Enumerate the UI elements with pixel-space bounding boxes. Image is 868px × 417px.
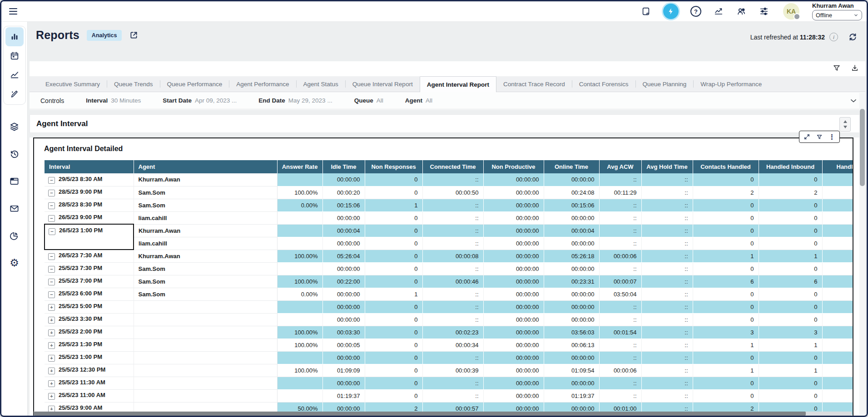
- value-cell[interactable]: ::: [422, 389, 483, 402]
- tab-contact-forensics[interactable]: Contact Forensics: [572, 76, 635, 92]
- table-row[interactable]: −25/5/23 7:00 PMSam.Som100.00%00:22:0000…: [45, 275, 853, 288]
- agent-cell[interactable]: Sam.Som: [134, 288, 277, 300]
- collapse-row-icon[interactable]: −: [48, 215, 55, 222]
- value-cell[interactable]: [822, 313, 853, 326]
- value-cell[interactable]: 00:00:00: [483, 211, 544, 224]
- column-header-avg-acw[interactable]: Avg ACW: [599, 160, 641, 173]
- value-cell[interactable]: 100.00%: [277, 326, 322, 339]
- value-cell[interactable]: ::: [641, 199, 693, 211]
- value-cell[interactable]: 00:00:00: [544, 351, 599, 364]
- value-cell[interactable]: [822, 250, 853, 262]
- open-external-button[interactable]: [129, 30, 139, 40]
- value-cell[interactable]: [822, 199, 853, 211]
- value-cell[interactable]: [277, 389, 322, 402]
- table-row[interactable]: +25/5/23 1:30 PM100.00%00:00:05000:00:34…: [45, 339, 853, 351]
- value-cell[interactable]: ::: [641, 377, 693, 389]
- value-cell[interactable]: ::: [599, 224, 641, 237]
- value-cell[interactable]: 00:00:00: [544, 211, 599, 224]
- value-cell[interactable]: 00:00:00: [483, 351, 544, 364]
- tab-agent-interval-report[interactable]: Agent Interval Report: [420, 76, 496, 92]
- value-cell[interactable]: ::: [422, 173, 483, 186]
- value-cell[interactable]: [822, 262, 853, 275]
- expand-row-icon[interactable]: +: [48, 355, 55, 362]
- column-header-connected-time[interactable]: Connected Time: [422, 160, 483, 173]
- value-cell[interactable]: 0: [693, 351, 759, 364]
- value-cell[interactable]: 0: [693, 313, 759, 326]
- value-cell[interactable]: 00:00:00: [544, 173, 599, 186]
- value-cell[interactable]: 0: [759, 300, 822, 313]
- flash-insights-icon[interactable]: [663, 4, 679, 19]
- value-cell[interactable]: 0: [365, 326, 422, 339]
- value-cell[interactable]: 6: [759, 275, 822, 288]
- widget-filter-button[interactable]: [816, 134, 823, 140]
- value-cell[interactable]: 1: [759, 364, 822, 377]
- value-cell[interactable]: 00:00:04: [544, 224, 599, 237]
- value-cell[interactable]: 00:00:39: [422, 364, 483, 377]
- sidebar-item-layers[interactable]: [5, 121, 24, 132]
- value-cell[interactable]: 00:23:31: [544, 275, 599, 288]
- interval-cell[interactable]: −26/5/23 9:00 PM: [45, 211, 134, 224]
- table-row[interactable]: −26/5/23 1:00 PMKhurram.Awan00:00:040::0…: [45, 224, 853, 237]
- collapse-row-icon[interactable]: −: [49, 228, 55, 235]
- value-cell[interactable]: 00:00:00: [322, 377, 365, 389]
- value-cell[interactable]: 0: [365, 377, 422, 389]
- value-cell[interactable]: 0: [759, 389, 822, 402]
- value-cell[interactable]: 0: [365, 262, 422, 275]
- table-row[interactable]: +25/5/23 1:00 PM00:00:000::00:00:0000:00…: [45, 351, 853, 364]
- value-cell[interactable]: 03:50:04: [599, 288, 641, 300]
- agent-cell[interactable]: Sam.Som: [134, 186, 277, 199]
- value-cell[interactable]: ::: [641, 326, 693, 339]
- value-cell[interactable]: 00:00:00: [322, 211, 365, 224]
- value-cell[interactable]: 01:19:37: [544, 389, 599, 402]
- value-cell[interactable]: ::: [422, 313, 483, 326]
- value-cell[interactable]: 100.00%: [277, 364, 322, 377]
- table-row[interactable]: +25/5/23 11:30 AM00:00:000::00:00:0000:0…: [45, 377, 853, 389]
- expand-row-icon[interactable]: +: [48, 368, 55, 374]
- table-row[interactable]: +25/5/23 12:30 PM100.00%01:09:09000:00:3…: [45, 364, 853, 377]
- value-cell[interactable]: 1: [759, 339, 822, 351]
- value-cell[interactable]: ::: [599, 339, 641, 351]
- value-cell[interactable]: 00:00:00: [544, 288, 599, 300]
- value-cell[interactable]: 0: [365, 173, 422, 186]
- value-cell[interactable]: 1: [693, 339, 759, 351]
- value-cell[interactable]: 00:00:06: [599, 250, 641, 262]
- hamburger-menu-icon[interactable]: [9, 8, 17, 15]
- column-header-contacts-handled[interactable]: Contacts Handled: [693, 160, 759, 173]
- value-cell[interactable]: [822, 364, 853, 377]
- value-cell[interactable]: 00:01:54: [599, 326, 641, 339]
- value-cell[interactable]: ::: [641, 275, 693, 288]
- tab-contract-trace-record[interactable]: Contract Trace Record: [496, 76, 572, 92]
- value-cell[interactable]: 00:00:34: [422, 339, 483, 351]
- control-agent[interactable]: AgentAll: [405, 97, 432, 104]
- metrics-icon[interactable]: [713, 6, 724, 17]
- value-cell[interactable]: 00:00:20: [322, 186, 365, 199]
- interval-cell[interactable]: +25/5/23 2:00 PM: [45, 326, 134, 339]
- value-cell[interactable]: [277, 173, 322, 186]
- value-cell[interactable]: [822, 224, 853, 237]
- agent-cell[interactable]: [134, 300, 277, 313]
- value-cell[interactable]: [277, 300, 322, 313]
- interval-cell[interactable]: −29/5/23 8:30 AM: [45, 173, 134, 186]
- value-cell[interactable]: ::: [422, 262, 483, 275]
- column-header-non-productive[interactable]: Non Productive: [483, 160, 544, 173]
- value-cell[interactable]: 100.00%: [277, 339, 322, 351]
- interval-cell[interactable]: −25/5/23 7:30 PM: [45, 262, 134, 275]
- value-cell[interactable]: ::: [641, 224, 693, 237]
- agent-cell[interactable]: liam.cahill: [134, 237, 277, 250]
- value-cell[interactable]: 0: [759, 199, 822, 211]
- expand-row-icon[interactable]: +: [48, 317, 55, 324]
- column-header-non-responses[interactable]: Non Responses: [365, 160, 422, 173]
- value-cell[interactable]: 0: [365, 389, 422, 402]
- agent-cell[interactable]: Khurram.Awan: [134, 250, 277, 262]
- tab-queue-performance[interactable]: Queue Performance: [160, 76, 229, 92]
- value-cell[interactable]: ::: [641, 364, 693, 377]
- table-row[interactable]: −28/5/23 8:30 PMSam.Som0.00%00:15:061::0…: [45, 199, 853, 211]
- column-header-handled-outbound[interactable]: Handled Outbound: [822, 160, 853, 173]
- value-cell[interactable]: 0: [759, 288, 822, 300]
- interval-cell[interactable]: −25/5/23 6:00 PM: [45, 288, 134, 300]
- interval-cell[interactable]: +25/5/23 3:30 PM: [45, 313, 134, 326]
- value-cell[interactable]: [277, 237, 322, 250]
- value-cell[interactable]: 0: [759, 211, 822, 224]
- value-cell[interactable]: 00:00:00: [322, 351, 365, 364]
- value-cell[interactable]: 00:06:13: [544, 339, 599, 351]
